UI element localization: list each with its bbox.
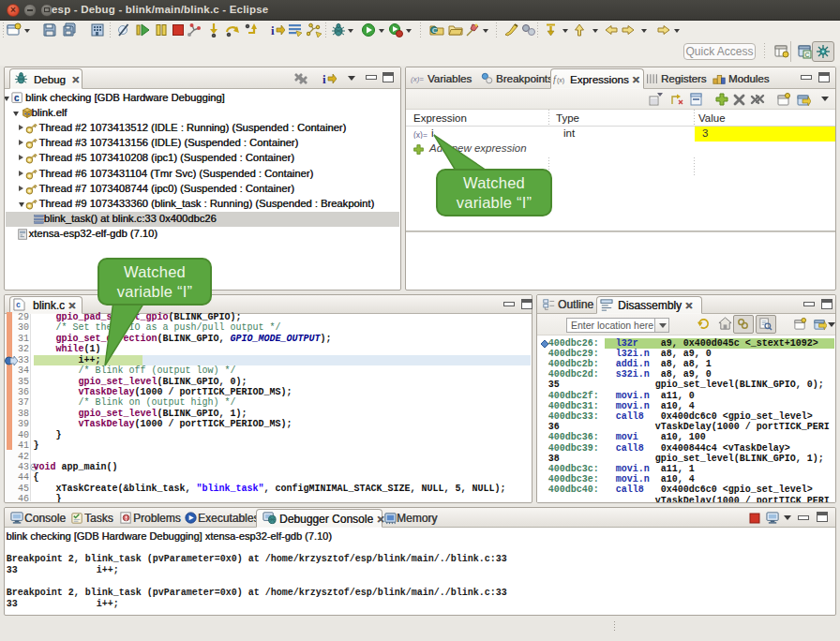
svg-text:C: C [805, 52, 810, 58]
svg-text:C: C [13, 95, 18, 104]
svg-text:(x): (x) [557, 77, 564, 84]
svg-text:(x)=: (x)= [411, 75, 424, 83]
svg-text:(x)=: (x)= [413, 130, 428, 139]
svg-text:i: i [271, 23, 275, 37]
svg-text:C: C [432, 26, 438, 35]
svg-text:i: i [322, 72, 326, 86]
